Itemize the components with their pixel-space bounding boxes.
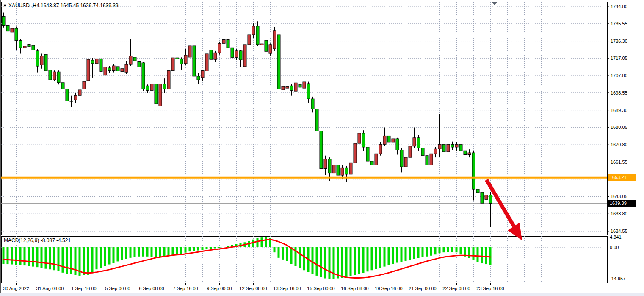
time-axis-label[interactable]: 13 Sep 16:00 xyxy=(273,286,301,291)
candle-body xyxy=(83,81,86,89)
candle-body xyxy=(218,43,221,53)
candle-body xyxy=(472,153,475,189)
macd-histogram-bar xyxy=(439,247,441,253)
time-axis-label[interactable]: 21 Sep 00:00 xyxy=(409,286,436,291)
candle-body xyxy=(19,41,22,48)
macd-histogram-bar xyxy=(430,247,432,256)
symbol-dropdown-icon[interactable]: ▼ xyxy=(3,3,7,8)
candle-body xyxy=(265,40,268,51)
candle-body xyxy=(464,151,467,154)
time-axis-label[interactable]: 16 Sep 08:00 xyxy=(341,286,368,291)
macd-histogram-bar xyxy=(155,247,157,257)
macd-histogram-bar xyxy=(32,247,34,267)
macd-histogram-bar xyxy=(320,247,322,277)
candle-body xyxy=(349,163,352,174)
macd-histogram-bar xyxy=(379,247,381,268)
candle-body xyxy=(57,72,60,83)
candle-body xyxy=(121,69,124,72)
candle-body xyxy=(341,168,344,175)
candle-body xyxy=(129,56,132,64)
chart-canvas[interactable]: 1744.801735.551726.301717.051707.801698.… xyxy=(0,0,644,296)
candle-body xyxy=(282,86,285,90)
macd-histogram-bar xyxy=(371,247,373,270)
macd-name: MACD(12,26,9) xyxy=(4,237,39,243)
candle-body xyxy=(40,56,43,65)
candle-body xyxy=(299,84,301,87)
time-axis-label[interactable]: 30 Aug 2022 xyxy=(3,286,29,291)
candle-body xyxy=(328,159,331,173)
macd-histogram-bar xyxy=(125,247,127,259)
macd-main-value: -8.087 xyxy=(41,237,55,243)
time-axis-label[interactable]: 31 Aug 08:00 xyxy=(36,286,64,291)
macd-histogram-bar xyxy=(45,247,47,269)
candle-body xyxy=(269,45,272,53)
candle-body xyxy=(167,71,170,89)
macd-histogram-bar xyxy=(36,247,39,267)
macd-histogram-bar xyxy=(100,247,102,268)
macd-histogram-bar xyxy=(426,247,428,257)
time-axis-label[interactable]: 9 Sep 00:00 xyxy=(207,286,232,291)
macd-histogram-bar xyxy=(87,247,89,275)
macd-histogram-bar xyxy=(180,247,182,254)
macd-histogram-bar xyxy=(324,247,326,279)
candle-body xyxy=(354,143,357,163)
time-axis-label[interactable]: 19 Sep 16:00 xyxy=(375,286,402,291)
macd-histogram-bar xyxy=(409,247,411,260)
price-axis-label: 1689.30 xyxy=(611,108,627,113)
price-axis-label: 1717.05 xyxy=(611,56,627,61)
candle-body xyxy=(252,26,255,35)
time-axis-label[interactable]: 6 Sep 08:00 xyxy=(139,286,164,291)
candle-body xyxy=(362,133,365,147)
time-axis-label[interactable]: 12 Sep 08:00 xyxy=(239,286,267,291)
macd-histogram-bar xyxy=(282,247,284,260)
candle-body xyxy=(392,139,395,142)
macd-histogram-bar xyxy=(443,247,445,252)
candle-body xyxy=(6,25,9,31)
current-price-tag: 1639.39 xyxy=(608,200,636,207)
macd-histogram-bar xyxy=(329,247,331,279)
time-axis-label[interactable]: 5 Sep 00:00 xyxy=(105,286,130,291)
time-axis-label[interactable]: 23 Sep 16:00 xyxy=(476,286,504,291)
candle-body xyxy=(201,71,204,78)
candle-body xyxy=(307,84,310,99)
candle-body xyxy=(133,57,136,61)
macd-histogram-bar xyxy=(290,247,293,264)
candle-body xyxy=(332,165,335,173)
macd-axis-label: 0.00 xyxy=(610,245,619,250)
macd-histogram-bar xyxy=(312,247,314,274)
macd-histogram-bar xyxy=(53,247,55,270)
time-axis-label[interactable]: 1 Sep 16:00 xyxy=(71,286,96,291)
candle-body xyxy=(28,44,30,46)
candle-body xyxy=(239,51,242,60)
macd-indicator-label: MACD(12,26,9) -8.087 -4.521 xyxy=(4,237,71,243)
candle-body xyxy=(138,61,141,67)
candle-body xyxy=(320,131,323,168)
macd-histogram-bar xyxy=(223,247,225,247)
time-axis-label[interactable]: 15 Sep 00:00 xyxy=(307,286,334,291)
candle-body xyxy=(455,144,458,147)
macd-histogram-bar xyxy=(206,247,208,249)
hline-price-tag[interactable]: 1653.21 xyxy=(608,174,636,181)
macd-histogram-bar xyxy=(274,247,276,252)
macd-histogram-bar xyxy=(159,247,161,257)
macd-histogram-bar xyxy=(388,247,390,265)
time-axis-label[interactable]: 7 Sep 16:00 xyxy=(173,286,198,291)
price-axis-label: 1680.05 xyxy=(611,125,627,130)
macd-histogram-bar xyxy=(210,247,212,249)
macd-histogram-bar xyxy=(108,247,111,265)
candle-body xyxy=(142,63,145,89)
macd-histogram-bar xyxy=(417,247,420,258)
time-axis-label[interactable]: 22 Sep 08:00 xyxy=(442,286,470,291)
macd-histogram-bar xyxy=(134,247,136,257)
macd-histogram-bar xyxy=(485,247,487,264)
macd-histogram-bar xyxy=(7,247,9,264)
candle-body xyxy=(61,83,64,89)
candle-body xyxy=(44,54,47,71)
candle-body xyxy=(396,139,399,150)
macd-histogram-bar xyxy=(138,247,140,257)
macd-histogram-bar xyxy=(130,247,132,258)
status-strip xyxy=(0,293,644,296)
candle-body xyxy=(112,66,115,70)
macd-histogram-bar xyxy=(460,247,462,254)
macd-histogram-bar xyxy=(113,247,115,263)
